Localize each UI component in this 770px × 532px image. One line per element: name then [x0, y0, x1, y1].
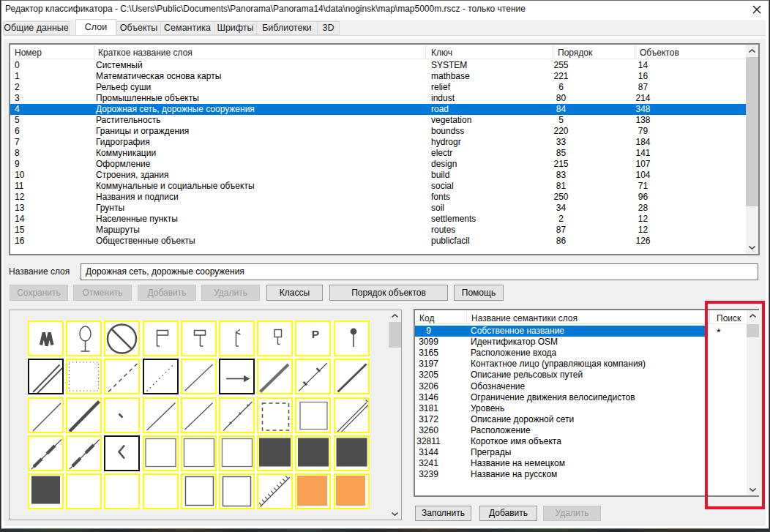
svg-text:P: P	[312, 328, 319, 340]
